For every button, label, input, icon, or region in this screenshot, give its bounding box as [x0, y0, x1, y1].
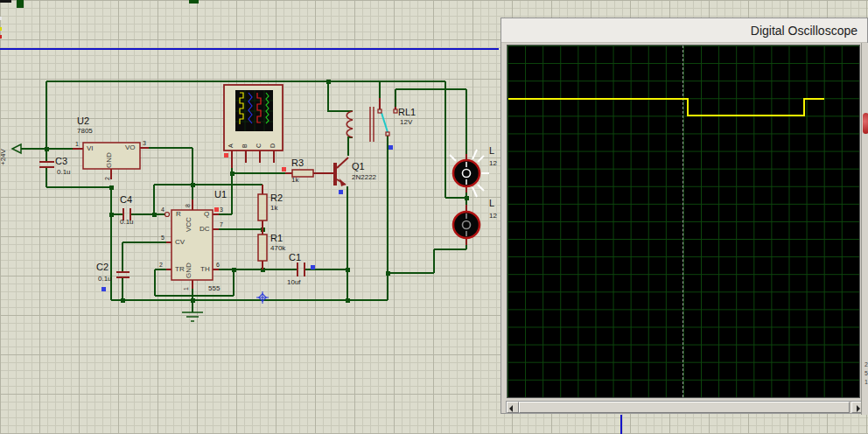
scrollbar-thumb[interactable] [519, 402, 850, 413]
u1-num-6: 6 [216, 262, 220, 268]
probe-ch-c: C [256, 137, 262, 148]
c1-value[interactable]: 10uf [287, 279, 301, 286]
relay-rl1[interactable] [346, 107, 397, 142]
u2-pin-vi: VI [87, 145, 94, 152]
c4-value[interactable]: 0.1u [120, 219, 134, 226]
r2-value[interactable]: 1k [270, 205, 277, 212]
rl1-value[interactable]: 12V [400, 119, 412, 126]
resistor-r2[interactable] [258, 194, 267, 220]
channel-a-trace [508, 46, 859, 397]
toolbar-fragments [0, 0, 199, 38]
q1-ref[interactable]: Q1 [352, 162, 365, 172]
u1-ref[interactable]: U1 [214, 190, 227, 200]
relay-core [370, 107, 374, 142]
u2-pin-num-3: 3 [143, 140, 146, 146]
horizontal-scrollbar[interactable] [506, 401, 864, 414]
c3-value[interactable]: 0.1u [57, 169, 71, 176]
lamp2-value[interactable]: 12 [489, 213, 497, 220]
emitter-arrow [340, 178, 346, 186]
c3-ref[interactable]: C3 [55, 157, 67, 166]
lamp1-value[interactable]: 12 [489, 160, 497, 167]
lamp1-ref[interactable]: L [489, 146, 494, 156]
capacitor-c2[interactable] [116, 272, 130, 277]
u1-value[interactable]: 555 [208, 285, 220, 292]
u2-pin-num-1: 1 [75, 141, 79, 147]
q1-value[interactable]: 2N2222 [352, 174, 376, 181]
origin-marker [256, 291, 269, 304]
u1-num-1: 1 [183, 282, 189, 290]
window-title: Digital Oscilloscope [751, 24, 858, 38]
lamp-2-off[interactable] [453, 212, 480, 238]
c4-ref[interactable]: C4 [120, 195, 132, 205]
c1-ref[interactable]: C1 [289, 253, 301, 262]
relay-blade [382, 113, 388, 132]
u1-pin-gnd: GND [186, 259, 192, 278]
power-label: +24V [0, 134, 7, 165]
u1-pin-q: Q [204, 211, 209, 218]
u1-num-4: 4 [161, 206, 164, 213]
panel-label-fragment: 1 [864, 379, 868, 385]
u2-pin-num-2: 2 [104, 172, 110, 180]
panel-label-fragment: 5 [864, 370, 868, 376]
oscilloscope-window[interactable]: Digital Oscilloscope 2 5 1 [500, 18, 868, 414]
u1-pin-dc: DC [200, 226, 210, 233]
lamp-1-lit[interactable] [450, 150, 489, 197]
reset-pin-bubble [165, 213, 170, 217]
probe-trace-yellow [240, 93, 243, 124]
u2-pin-gnd: GND [106, 150, 113, 168]
r1-value[interactable]: 470k [270, 245, 285, 252]
u1-num-2: 2 [159, 262, 163, 268]
proteus-schematic-canvas[interactable]: U2 7805 VI VO GND 1 3 2 +24V C3 0.1u C4 … [0, 0, 868, 434]
rl1-ref[interactable]: RL1 [398, 108, 416, 117]
scroll-left-button[interactable] [507, 402, 519, 413]
u1-pin-vcc: VCC [186, 213, 192, 232]
scroll-right-icon [857, 405, 860, 412]
power-terminal-arrow[interactable] [12, 144, 26, 153]
u1-pin-th: TH [200, 266, 210, 273]
c2-value[interactable]: 0.1u [98, 276, 112, 283]
r2-ref[interactable]: R2 [270, 193, 283, 203]
scroll-left-icon [509, 405, 513, 412]
probe-ch-b: B [242, 137, 248, 148]
panel-label-fragment: 2 [864, 361, 868, 368]
knob-icon[interactable] [863, 113, 868, 134]
probe-ch-a: A [228, 137, 234, 148]
capacitor-c3[interactable] [39, 162, 54, 167]
transistor-q1[interactable] [333, 158, 348, 186]
u1-pin-r: R [176, 211, 181, 218]
r3-ref[interactable]: R3 [291, 158, 304, 168]
u1-num-5: 5 [161, 234, 164, 241]
u1-pin-tr: TR [175, 266, 185, 273]
scope-side-panel: 2 5 1 [861, 43, 868, 415]
relay-coil [346, 111, 353, 137]
r3-value[interactable]: 1k [291, 177, 298, 184]
u2-value[interactable]: 7805 [77, 128, 93, 135]
capacitor-c1[interactable] [298, 262, 304, 276]
u2-ref[interactable]: U2 [77, 116, 89, 126]
u1-num-8: 8 [185, 199, 191, 207]
u1-num-7: 7 [220, 221, 223, 228]
u1-num-3: 3 [220, 206, 223, 213]
probe-screen [235, 90, 273, 131]
ground-symbol[interactable] [182, 312, 203, 321]
u2-pin-vo: VO [125, 144, 136, 151]
u1-pin-cv: CV [175, 239, 185, 246]
window-titlebar[interactable]: Digital Oscilloscope [501, 18, 867, 43]
lamp2-ref[interactable]: L [489, 199, 494, 208]
resistor-r1[interactable] [258, 234, 267, 261]
oscilloscope-screen [507, 45, 860, 398]
r1-ref[interactable]: R1 [270, 234, 283, 243]
c2-ref[interactable]: C2 [96, 262, 108, 272]
probe-ch-d: D [270, 137, 276, 148]
